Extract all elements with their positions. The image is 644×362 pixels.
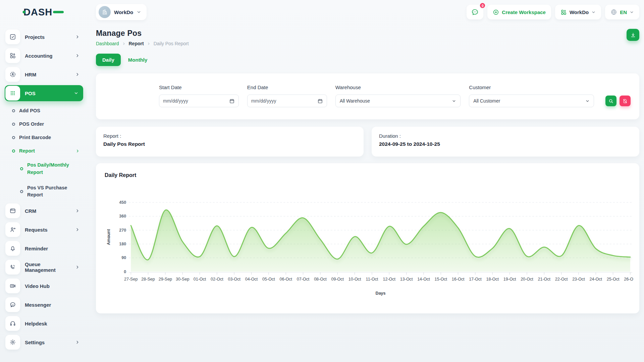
user-plus-icon [5,222,20,237]
search-icon [608,99,613,104]
grid-plus-icon [5,48,20,63]
svg-text:11-Oct: 11-Oct [366,277,378,282]
sidebar-item-queue-management[interactable]: Queue Management [5,259,83,275]
language-label: EN [620,9,627,15]
breadcrumb-separator-icon [122,42,126,46]
svg-text:14-Oct: 14-Oct [417,277,430,282]
warehouse-field: Warehouse All Warehouse [335,84,461,107]
svg-text:16-Oct: 16-Oct [452,277,465,282]
grid-plus-icon [560,9,567,15]
svg-text:18-Oct: 18-Oct [486,277,499,282]
bullet-ring-icon [12,136,15,139]
calendar-icon[interactable] [229,98,235,104]
sidebar-item-add-pos[interactable]: Add POS [5,104,83,117]
search-button[interactable] [605,96,616,106]
svg-text:28-Sep: 28-Sep [141,277,155,282]
svg-text:Days: Days [376,291,386,296]
sidebar-item-pos-daily-monthly-report[interactable]: Pos Daily/Monthly Report [5,158,83,180]
brand-logo[interactable]: DASH [0,6,87,18]
sidebar-item-print-barcode[interactable]: Print Barcode [5,131,83,144]
report-card-label: Report : [103,133,356,139]
app-menu-button[interactable]: WorkDo [555,5,601,19]
sidebar-item-pos-order[interactable]: POS Order [5,117,83,131]
svg-text:25-Oct: 25-Oct [607,277,620,282]
bullet-ring-icon [20,190,23,193]
top-bar: DASH WorkDo 0 [0,0,644,24]
filter-actions [605,96,631,106]
sidebar-item-projects[interactable]: Projects [5,29,83,45]
app-root: DASH WorkDo 0 [0,0,644,362]
chevron-right-icon [75,53,80,58]
reset-filter-button[interactable] [620,96,631,106]
chevron-right-icon [75,208,80,213]
chevron-right-icon [75,227,80,232]
sidebar-item-accounting[interactable]: Accounting [5,48,83,64]
dash-logo-icon: DASH [22,6,65,18]
video-camera-icon [5,279,20,293]
sidebar-item-video-hub[interactable]: Video Hub [5,278,83,294]
sidebar-item-crm[interactable]: CRM [5,203,83,219]
chevron-down-icon [137,10,141,14]
tab-monthly[interactable]: Monthly [125,54,150,66]
workspace-avatar [99,6,111,18]
svg-text:10-Oct: 10-Oct [348,277,361,282]
sidebar-item-settings[interactable]: Settings [5,334,83,350]
report-card-value: Daily Pos Report [103,141,356,147]
breadcrumb-report-link[interactable]: Report [129,41,144,46]
grid-dots-icon [5,86,20,101]
file-slash-icon [623,99,628,104]
svg-text:180: 180 [119,242,126,246]
chat-icon [471,8,479,16]
sidebar-item-pos[interactable]: POS [5,85,83,101]
svg-text:20-Oct: 20-Oct [521,277,533,282]
sidebar: Projects Accounting HRM [0,24,87,362]
start-date-input[interactable]: mm/dd/yyyy [159,95,239,107]
tab-daily[interactable]: Daily [96,54,121,66]
svg-text:19-Oct: 19-Oct [503,277,516,282]
download-icon [630,32,636,38]
svg-text:04-Oct: 04-Oct [245,277,258,282]
svg-text:21-Oct: 21-Oct [538,277,550,282]
download-report-button[interactable] [627,29,639,41]
chart-title: Daily Report [105,172,633,178]
page-title: Manage Pos [96,29,189,38]
start-date-label: Start Date [159,84,239,90]
warehouse-select[interactable]: All Warehouse [335,95,461,107]
daily-report-card: Daily Report 09018027036045027-Sep28-Sep… [96,163,639,313]
sidebar-item-pos-vs-purchase-report[interactable]: Pos VS Purchase Report [5,180,83,203]
sidebar-item-report[interactable]: Report [5,144,83,158]
svg-text:03-Oct: 03-Oct [228,277,240,282]
chevron-right-icon [75,72,80,77]
sidebar-item-messenger[interactable]: Messenger [5,297,83,313]
customer-select[interactable]: All Customer [469,95,594,107]
sidebar-item-requests[interactable]: Requests [5,222,83,238]
breadcrumb-dashboard-link[interactable]: Dashboard [96,41,119,46]
chevron-down-icon [630,10,634,14]
sidebar-item-reminder[interactable]: Reminder [5,240,83,256]
language-selector[interactable]: EN [605,5,639,19]
bullet-ring-icon [12,109,15,112]
messages-button[interactable]: 0 [467,5,483,19]
create-workspace-button[interactable]: Create Workspace [487,5,551,19]
svg-text:90: 90 [121,255,126,260]
workspace-switcher[interactable]: WorkDo [96,4,147,20]
svg-text:22-Oct: 22-Oct [555,277,568,282]
warehouse-label: Warehouse [335,84,461,90]
globe-icon [610,9,617,15]
chevron-right-icon [75,265,80,269]
bullet-ring-icon [12,123,15,126]
app-menu-label: WorkDo [570,9,589,15]
svg-text:26-Oct: 26-Oct [624,277,633,282]
start-date-field: Start Date mm/dd/yyyy [159,84,239,107]
svg-text:23-Oct: 23-Oct [572,277,585,282]
plus-circle-icon [493,9,499,15]
svg-text:06-Oct: 06-Oct [279,277,292,282]
chevron-right-icon [75,35,80,39]
svg-text:15-Oct: 15-Oct [434,277,447,282]
svg-text:29-Sep: 29-Sep [159,277,172,282]
calendar-icon[interactable] [317,98,323,104]
sidebar-item-hrm[interactable]: HRM [5,66,83,82]
chevron-right-icon [75,340,80,345]
end-date-input[interactable]: mm/dd/yyyy [247,95,327,107]
sidebar-item-helpdesk[interactable]: Helpdesk [5,315,83,331]
